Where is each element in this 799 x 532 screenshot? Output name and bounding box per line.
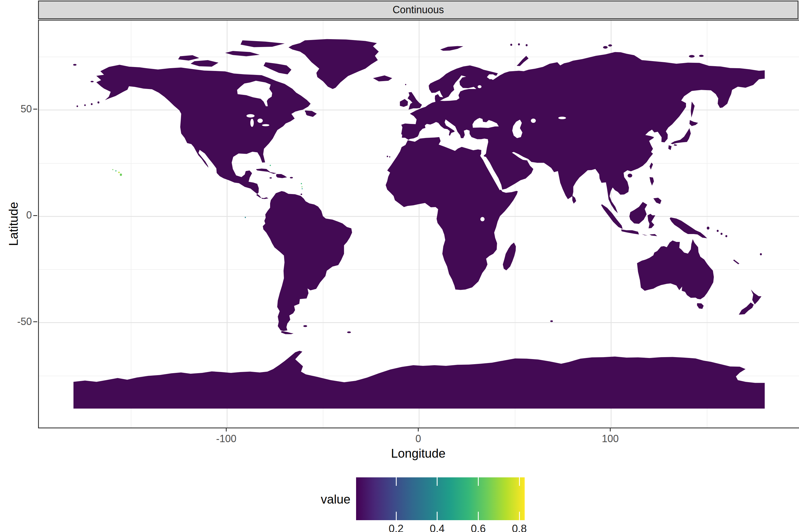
y-axis-title: Latitude xyxy=(6,193,21,255)
legend-tick-mark xyxy=(519,477,520,486)
x-axis-tick xyxy=(418,428,419,432)
x-tick-label: 0 xyxy=(396,433,441,445)
x-axis-title: Longitude xyxy=(38,446,798,460)
facet-strip: Continuous xyxy=(38,1,798,19)
legend-gradient-bar xyxy=(356,477,525,520)
land-base-fill xyxy=(73,39,765,408)
landmass-hawaii-oahu xyxy=(115,170,116,172)
legend-tick-label: 0.6 xyxy=(458,523,498,532)
legend-tick-label: 0.4 xyxy=(418,523,457,532)
water-lake-michigan xyxy=(250,119,254,127)
water-lake-huron xyxy=(257,118,263,123)
legend-title: value xyxy=(282,492,350,506)
legend-tick-mark xyxy=(396,477,397,486)
water-aral-sea xyxy=(531,118,536,123)
water-lake-superior xyxy=(247,114,255,117)
landmass-hawaii-maui xyxy=(119,172,120,173)
legend-tick-mark xyxy=(396,512,397,520)
plot-panel xyxy=(38,20,799,429)
landmass-hawaii-big-island xyxy=(120,173,122,176)
landmass-antilles-3 xyxy=(302,188,303,189)
legend-tick-mark xyxy=(437,512,438,520)
legend-tick-label: 0.8 xyxy=(500,523,539,532)
world-raster-map xyxy=(39,21,799,428)
landmass-galapagos xyxy=(245,217,246,218)
y-tick-label: 50 xyxy=(6,103,32,115)
x-axis-tick xyxy=(226,428,227,432)
legend-tick-mark xyxy=(437,477,438,486)
y-axis-tick xyxy=(33,321,37,322)
landmass-antilles-2 xyxy=(302,187,302,188)
legend-tick-label: 0.2 xyxy=(376,523,416,532)
water-lake-ladoga xyxy=(477,86,482,89)
x-axis-tick xyxy=(610,428,611,432)
y-tick-label: -50 xyxy=(6,316,32,327)
landmass-antilles-1 xyxy=(301,183,302,185)
legend-tick-mark xyxy=(478,477,479,486)
water-gulf-st-lawrence xyxy=(296,110,306,117)
x-tick-label: -100 xyxy=(203,433,249,445)
y-tick-label: 0 xyxy=(6,209,32,221)
water-lake-victoria xyxy=(480,217,485,221)
water-lake-balkhash xyxy=(558,117,566,119)
facet-strip-label: Continuous xyxy=(393,4,444,16)
y-axis-tick xyxy=(33,109,37,110)
legend-tick-mark xyxy=(519,512,520,520)
legend-tick-mark xyxy=(478,512,479,520)
map-projection-group xyxy=(73,39,765,408)
y-axis-tick xyxy=(33,215,37,216)
landmass-hawaii-kauai xyxy=(112,169,113,170)
x-tick-label: 100 xyxy=(588,433,633,445)
water-lake-erie-ontario xyxy=(262,124,269,127)
landmass-bahamas xyxy=(270,165,271,166)
ggplot-figure: Continuous xyxy=(0,0,799,532)
